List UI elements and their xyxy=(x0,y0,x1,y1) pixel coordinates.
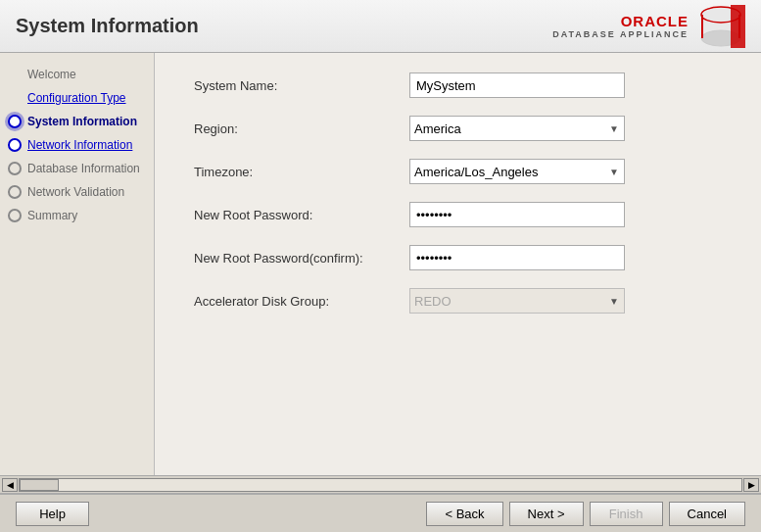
accelerator-disk-label: Accelerator Disk Group: xyxy=(194,294,409,309)
oracle-sub-text: DATABASE APPLIANCE xyxy=(552,29,689,39)
sidebar-label-database-information: Database Information xyxy=(27,162,140,175)
timezone-select-wrapper: America/Los_Angeles America/New_York Eur… xyxy=(409,159,625,184)
sidebar-item-system-information[interactable]: System Information xyxy=(0,110,154,133)
help-button[interactable]: Help xyxy=(16,502,89,526)
svg-rect-6 xyxy=(731,5,745,48)
scrollbar-area: ◀ ▶ xyxy=(0,475,761,493)
root-password-label: New Root Password: xyxy=(194,208,409,222)
sidebar-label-network-information: Network Information xyxy=(27,138,132,152)
system-name-label: System Name: xyxy=(194,78,409,93)
sidebar-label-system-information: System Information xyxy=(27,115,137,128)
sidebar-label-welcome: Welcome xyxy=(27,68,76,81)
root-password-confirm-label: New Root Password(confirm): xyxy=(194,251,409,266)
page-title: System Information xyxy=(16,15,199,37)
scroll-left-btn[interactable]: ◀ xyxy=(2,478,18,492)
step-indicator-network-info xyxy=(8,138,22,152)
accelerator-disk-select-wrapper: REDO DATA xyxy=(409,288,625,314)
root-password-input[interactable] xyxy=(409,202,625,227)
main-area: Welcome Configuration Type System Inform… xyxy=(0,53,761,475)
system-name-input[interactable] xyxy=(409,73,625,98)
oracle-logo-text: ORACLE xyxy=(621,13,689,29)
oracle-db-icon xyxy=(696,5,745,48)
root-password-confirm-input[interactable] xyxy=(409,245,625,270)
step-indicator-system-info xyxy=(8,115,22,128)
region-select[interactable]: America Europe Asia xyxy=(409,116,625,141)
sidebar-label-configuration-type: Configuration Type xyxy=(27,91,126,105)
back-button[interactable]: < Back xyxy=(426,502,502,526)
timezone-label: Timezone: xyxy=(194,165,409,179)
scroll-thumb[interactable] xyxy=(20,479,59,491)
sidebar-item-configuration-type[interactable]: Configuration Type xyxy=(0,86,154,110)
sidebar-label-network-validation: Network Validation xyxy=(27,185,124,199)
form-row-system-name: System Name: xyxy=(194,73,722,98)
content-area: System Name: Region: America Europe Asia… xyxy=(155,53,761,475)
step-indicator-network-validation xyxy=(8,185,22,199)
finish-button[interactable]: Finish xyxy=(590,502,663,526)
footer-left: Help xyxy=(16,502,89,526)
header: System Information ORACLE DATABASE APPLI… xyxy=(0,0,761,53)
oracle-logo: ORACLE DATABASE APPLIANCE xyxy=(552,13,689,39)
region-select-wrapper: America Europe Asia xyxy=(409,116,625,141)
sidebar-item-welcome: Welcome xyxy=(0,63,154,86)
step-indicator-database-info xyxy=(8,162,22,175)
oracle-logo-area: ORACLE DATABASE APPLIANCE xyxy=(552,5,745,48)
next-button[interactable]: Next > xyxy=(509,502,584,526)
scroll-track[interactable] xyxy=(19,478,742,492)
sidebar: Welcome Configuration Type System Inform… xyxy=(0,53,155,475)
form-row-timezone: Timezone: America/Los_Angeles America/Ne… xyxy=(194,159,722,184)
form-row-region: Region: America Europe Asia xyxy=(194,116,722,141)
sidebar-item-summary: Summary xyxy=(0,204,154,227)
footer: Help < Back Next > Finish Cancel xyxy=(0,493,761,532)
accelerator-disk-select[interactable]: REDO DATA xyxy=(409,288,625,314)
cancel-button[interactable]: Cancel xyxy=(669,502,745,526)
step-indicator-summary xyxy=(8,209,22,222)
form-row-accelerator-disk: Accelerator Disk Group: REDO DATA xyxy=(194,288,722,314)
sidebar-label-summary: Summary xyxy=(27,209,77,222)
sidebar-item-network-validation: Network Validation xyxy=(0,180,154,204)
timezone-select[interactable]: America/Los_Angeles America/New_York Eur… xyxy=(409,159,625,184)
form-row-root-password-confirm: New Root Password(confirm): xyxy=(194,245,722,270)
footer-right: < Back Next > Finish Cancel xyxy=(426,502,745,526)
sidebar-item-database-information: Database Information xyxy=(0,157,154,180)
form-row-root-password: New Root Password: xyxy=(194,202,722,227)
scroll-right-btn[interactable]: ▶ xyxy=(743,478,759,492)
sidebar-item-network-information[interactable]: Network Information xyxy=(0,133,154,157)
region-label: Region: xyxy=(194,121,409,136)
